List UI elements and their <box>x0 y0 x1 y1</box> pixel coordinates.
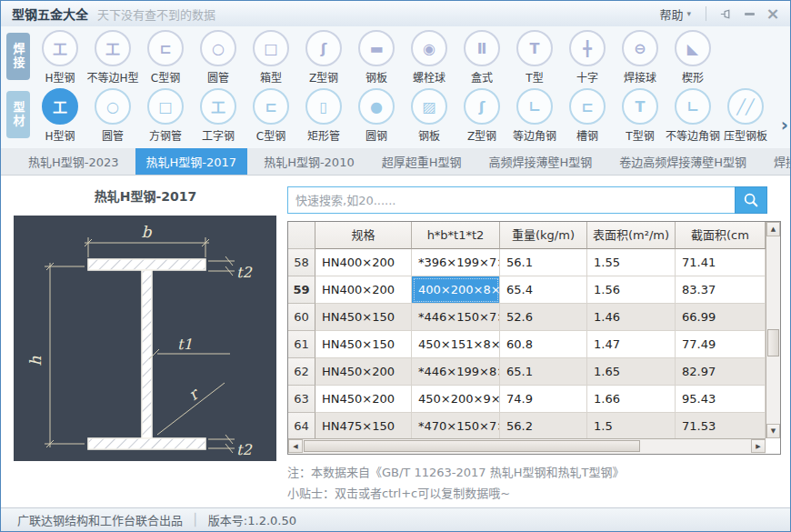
toolbar-item-round-pipe[interactable]: ○圆管 <box>86 88 139 143</box>
cell-weight[interactable]: 65.1 <box>500 358 587 386</box>
cell-section[interactable]: 83.37 <box>676 276 766 304</box>
scroll-down-button[interactable]: ▼ <box>766 424 780 438</box>
toolbar-item-cross-section[interactable]: ╋十字 <box>561 30 614 85</box>
cell-weight[interactable]: 65.4 <box>500 276 587 304</box>
tab-7[interactable]: 焊接H型钢 <box>763 148 791 175</box>
tab-6[interactable]: 卷边高频焊接薄壁H型钢 <box>608 148 757 175</box>
toolbar-item-wedge[interactable]: ◣楔形 <box>666 30 719 85</box>
cell-section[interactable]: 71.53 <box>676 413 766 438</box>
toolbar-item-unequal-angle[interactable]: ∟不等边角钢 <box>666 88 719 143</box>
cell-dims[interactable]: 450×151×8×14 <box>412 331 500 358</box>
toolbar-item-t-section[interactable]: TT型 <box>508 30 561 85</box>
toolbar-item-c-steel[interactable]: ⊏C型钢 <box>139 30 192 85</box>
cell-surface[interactable]: 1.55 <box>587 249 676 276</box>
column-header-surface[interactable]: 表面积(m²/m) <box>587 222 676 249</box>
cell-spec[interactable]: HN450×200 <box>315 358 412 386</box>
toolbar-item-bolt-ball[interactable]: ◉螺栓球 <box>403 30 456 85</box>
close-button[interactable]: × <box>761 5 785 23</box>
horizontal-scroll-thumb[interactable] <box>304 440 640 452</box>
cell-section[interactable]: 95.43 <box>676 386 766 413</box>
column-header-spec[interactable]: 规格 <box>315 222 412 249</box>
row-number[interactable]: 62 <box>288 358 315 386</box>
pin-button[interactable] <box>714 5 737 23</box>
status-divider: │ <box>192 513 199 527</box>
cell-section[interactable]: 66.99 <box>676 304 766 331</box>
help-menu[interactable]: 帮助 ▾ <box>659 5 691 23</box>
toolbar-item-unequal-h-beam[interactable]: 工不等边H型 <box>86 30 139 85</box>
cell-dims[interactable]: *446×150×7×... <box>412 304 500 331</box>
column-header-section[interactable]: 截面积(cm <box>676 222 766 249</box>
toolbar-item-channel[interactable]: ⊏槽钢 <box>561 88 614 143</box>
cell-surface[interactable]: 1.66 <box>587 386 676 413</box>
cell-spec[interactable]: HN400×200 <box>315 276 412 304</box>
cell-dims-selected[interactable]: 400×200×8×13 <box>412 276 500 304</box>
toolbar-item-box-section[interactable]: □箱型 <box>245 30 297 85</box>
vertical-scroll-thumb[interactable] <box>767 329 779 356</box>
cell-spec[interactable]: HN475×150 <box>315 413 412 438</box>
search-input[interactable] <box>287 186 735 214</box>
toolbar-item-square-pipe[interactable]: □方钢管 <box>139 88 192 143</box>
cell-dims[interactable]: *396×199×7×... <box>412 249 500 276</box>
toolbar-item-i-beam[interactable]: 工工字钢 <box>192 88 245 143</box>
row-number[interactable]: 60 <box>288 304 315 331</box>
toolbar-item-round-bar[interactable]: ●圆钢 <box>350 88 403 143</box>
horizontal-scrollbar[interactable]: ◀ ▶ <box>288 438 766 454</box>
row-number[interactable]: 58 <box>288 249 315 276</box>
cell-weight[interactable]: 52.6 <box>500 304 587 331</box>
toolbar-item-t-steel[interactable]: TT型钢 <box>614 88 666 143</box>
cell-surface[interactable]: 1.5 <box>587 413 676 438</box>
toolbar-item-corrugated-sheet[interactable]: ╱╱压型钢板 <box>719 88 772 143</box>
tab-3[interactable]: 热轧H型钢-2010 <box>253 148 365 175</box>
column-header-dims[interactable]: h*b*t1*t2 <box>412 222 500 249</box>
row-number[interactable]: 63 <box>288 386 315 413</box>
toolbar-item-z-steel[interactable]: ʃZ型钢 <box>297 30 350 85</box>
row-number[interactable]: 59 <box>288 276 315 304</box>
toolbar-item-h-beam[interactable]: 工H型钢 <box>34 30 86 85</box>
toolbar-item-steel-plate[interactable]: ▬钢板 <box>350 30 403 85</box>
toolbar-item-c-steel[interactable]: ⊏C型钢 <box>245 88 297 143</box>
column-header-weight[interactable]: 重量(kg/m) <box>500 222 587 249</box>
toolbar-item-label: 盒式 <box>471 69 493 85</box>
tab-2[interactable]: 热轧H型钢-2017 <box>135 148 248 175</box>
toolbar-item-h-beam[interactable]: 工H型钢 <box>34 88 86 143</box>
cell-weight[interactable]: 56.1 <box>500 249 587 276</box>
cell-section[interactable]: 77.49 <box>676 331 766 358</box>
toolbar-item-round-pipe[interactable]: ○圆管 <box>192 30 245 85</box>
vertical-scrollbar[interactable]: ▲ ▼ <box>766 222 780 438</box>
tab-5[interactable]: 高频焊接薄壁H型钢 <box>477 148 603 175</box>
cell-spec[interactable]: HN450×200 <box>315 386 412 413</box>
toolbar-item-steel-plate[interactable]: ▨钢板 <box>403 88 456 143</box>
table-row: 60HN450×150*446×150×7×...52.61.4666.99 <box>288 304 766 331</box>
scroll-left-button[interactable]: ◀ <box>288 439 303 453</box>
cell-dims[interactable]: *446×199×8×... <box>412 358 500 386</box>
scroll-up-button[interactable]: ▲ <box>766 222 780 236</box>
cell-spec[interactable]: HN400×200 <box>315 249 412 276</box>
cell-dims[interactable]: 450×200×9×14 <box>412 386 500 413</box>
toolbar-item-welded-ball[interactable]: ⊖焊接球 <box>614 30 666 85</box>
search-button[interactable] <box>735 186 767 214</box>
tab-1[interactable]: 热轧H型钢-2023 <box>17 148 130 175</box>
cell-surface[interactable]: 1.47 <box>587 331 676 358</box>
scroll-right-button[interactable]: ▶ <box>751 439 766 453</box>
cell-weight[interactable]: 74.9 <box>500 386 587 413</box>
cell-surface[interactable]: 1.65 <box>587 358 676 386</box>
toolbar-item-rect-pipe[interactable]: ▯矩形管 <box>297 88 350 143</box>
cell-surface[interactable]: 1.46 <box>587 304 676 331</box>
cell-weight[interactable]: 56.2 <box>500 413 587 438</box>
toolbar-item-z-steel[interactable]: ʃZ型钢 <box>456 88 508 143</box>
chevron-right-icon[interactable]: › <box>781 114 788 136</box>
cell-weight[interactable]: 60.8 <box>500 331 587 358</box>
toolbar-item-equal-angle[interactable]: ∟等边角钢 <box>508 88 561 143</box>
row-number[interactable]: 64 <box>288 413 315 438</box>
tab-4[interactable]: 超厚超重H型钢 <box>371 148 473 175</box>
cell-dims[interactable]: *470×150×7×... <box>412 413 500 438</box>
cell-surface[interactable]: 1.56 <box>587 276 676 304</box>
toolbar-item-box-type[interactable]: Ⅱ盒式 <box>456 30 508 85</box>
cell-section[interactable]: 82.97 <box>676 358 766 386</box>
cell-spec[interactable]: HN450×150 <box>315 331 412 358</box>
cell-spec[interactable]: HN450×150 <box>315 304 412 331</box>
row-number[interactable]: 61 <box>288 331 315 358</box>
toolbar-item-label: 压型钢板 <box>724 127 767 143</box>
minimize-button[interactable] <box>737 5 761 23</box>
cell-section[interactable]: 71.41 <box>676 249 766 276</box>
